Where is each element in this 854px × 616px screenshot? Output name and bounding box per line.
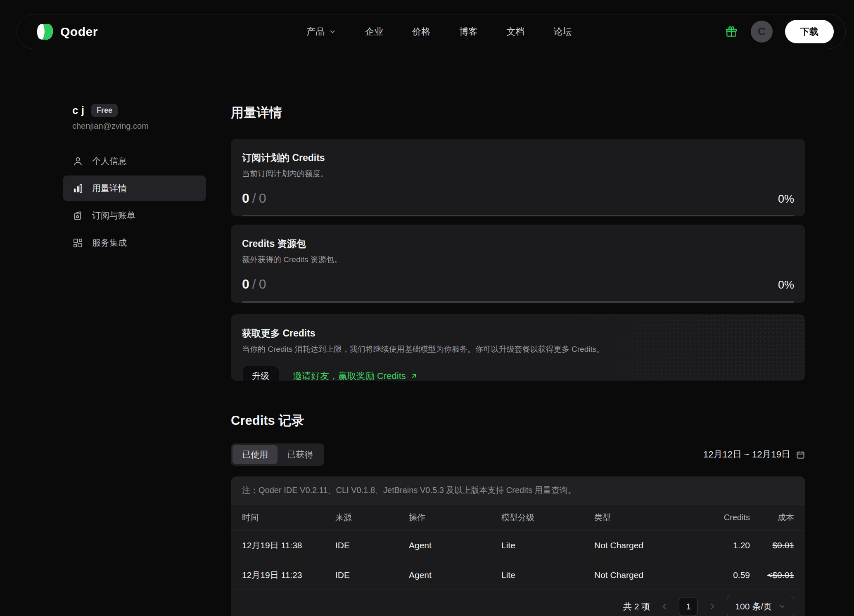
sidebar-item-usage[interactable]: 用量详情 [63, 175, 206, 201]
column-header-credits: Credits [692, 513, 750, 522]
brand[interactable]: Qoder [36, 23, 98, 41]
nav-item-enterprise[interactable]: 企业 [365, 26, 383, 38]
tab-earned[interactable]: 已获得 [278, 445, 323, 464]
table-row: 12月19日 11:38 IDE Agent Lite Not Charged … [231, 530, 805, 560]
usage-total: 0 [259, 191, 266, 206]
sidebar-item-profile[interactable]: 个人信息 [63, 148, 206, 174]
cell-action: Agent [409, 570, 501, 580]
cell-action: Agent [409, 540, 501, 550]
usage-row: 0/0 0% [242, 277, 794, 292]
usage-numbers: 0/0 [242, 277, 266, 292]
cell-type: Not Charged [594, 540, 692, 550]
usage-total: 0 [259, 277, 266, 291]
nav-item-label: 博客 [459, 26, 477, 38]
avatar[interactable]: C [751, 21, 773, 43]
user-email: chenjian@zving.com [63, 121, 206, 131]
invite-link-label: 邀请好友，赢取奖励 Credits [293, 370, 406, 381]
chevron-down-icon [778, 603, 786, 610]
progress-bar [242, 301, 794, 303]
brand-name: Qoder [60, 25, 98, 39]
next-page-button[interactable] [708, 602, 717, 611]
card-subtitle: 当前订阅计划内的额度。 [242, 168, 794, 179]
calendar-icon [796, 450, 805, 460]
gift-icon[interactable] [724, 25, 738, 39]
sidebar-item-integrations[interactable]: 服务集成 [63, 230, 206, 256]
tab-used[interactable]: 已使用 [232, 445, 278, 464]
user-icon [72, 156, 83, 167]
usage-row: 0/0 0% [242, 191, 794, 206]
prev-page-button[interactable] [660, 602, 669, 611]
sidebar-item-label: 个人信息 [92, 155, 127, 167]
nav-item-products[interactable]: 产品 [306, 26, 336, 38]
sidebar-item-billing[interactable]: 订阅与账单 [63, 203, 206, 228]
credits-pack-card: Credits 资源包 额外获得的 Credits 资源包。 0/0 0% [231, 225, 805, 303]
user-row: c j Free [63, 104, 206, 117]
page-size-select[interactable]: 100 条/页 [727, 596, 794, 616]
column-header-source: 来源 [335, 512, 409, 523]
table-row: 12月19日 11:23 IDE Agent Lite Not Charged … [231, 560, 805, 590]
records-tabs: 已使用 已获得 [231, 443, 324, 466]
sidebar-nav: 个人信息 用量详情 订阅与账单 [63, 148, 206, 256]
sidebar-item-label: 用量详情 [92, 182, 127, 194]
cell-cost: <$0.01 [750, 570, 794, 580]
nav-item-docs[interactable]: 文档 [506, 26, 524, 38]
nav-item-label: 文档 [506, 26, 524, 38]
progress-bar [242, 215, 794, 216]
cell-cost: $0.01 [750, 540, 794, 550]
subscription-credits-card: 订阅计划的 Credits 当前订阅计划内的额度。 0/0 0% [231, 139, 805, 216]
nav-item-pricing[interactable]: 价格 [412, 26, 430, 38]
download-button[interactable]: 下载 [785, 20, 834, 43]
cell-type: Not Charged [594, 570, 692, 580]
nav-item-label: 产品 [306, 26, 325, 38]
promo-subtitle: 当你的 Credits 消耗达到上限，我们将继续使用基础模型为你服务。你可以升级… [242, 344, 794, 355]
cell-credits: 0.59 [692, 570, 750, 580]
bar-chart-icon [72, 183, 83, 194]
get-more-credits-card: 获取更多 Credits 当你的 Credits 消耗达到上限，我们将继续使用基… [231, 314, 805, 381]
promo-title: 获取更多 Credits [242, 327, 794, 340]
card-subtitle: 额外获得的 Credits 资源包。 [242, 254, 794, 265]
credits-table-card: 注：Qoder IDE V0.2.11、CLI V0.1.8、JetBrains… [231, 476, 805, 616]
nav-links: 产品 企业 价格 博客 文档 论坛 [306, 14, 572, 49]
cell-source: IDE [335, 570, 409, 580]
card-title: Credits 资源包 [242, 237, 794, 250]
usage-percent: 0% [778, 193, 794, 206]
table-note: 注：Qoder IDE V0.2.11、CLI V0.1.8、JetBrains… [231, 476, 805, 505]
card-title: 订阅计划的 Credits [242, 152, 794, 164]
cell-source: IDE [335, 540, 409, 550]
cell-time: 12月19日 11:23 [242, 569, 335, 581]
column-header-model-tier: 模型分级 [501, 512, 594, 523]
usage-used: 0 [242, 277, 249, 291]
plan-badge: Free [91, 104, 118, 117]
usage-percent: 0% [778, 279, 794, 291]
promo-actions: 升级 邀请好友，赢取奖励 Credits [242, 366, 794, 381]
pagination: 共 2 项 1 100 条/页 [231, 590, 805, 616]
nav-item-label: 价格 [412, 26, 430, 38]
cell-time: 12月19日 11:38 [242, 540, 335, 551]
nav-item-forum[interactable]: 论坛 [553, 26, 572, 38]
current-page-button[interactable]: 1 [679, 597, 698, 616]
user-name: c j [72, 104, 84, 117]
cell-model-tier: Lite [501, 540, 594, 550]
nav-item-label: 企业 [365, 26, 383, 38]
arrow-up-right-icon [410, 372, 418, 380]
nav-right: C 下载 [724, 20, 834, 43]
usage-used: 0 [242, 191, 249, 206]
upgrade-button[interactable]: 升级 [242, 366, 279, 381]
column-header-type: 类型 [594, 512, 692, 523]
main-content: 用量详情 订阅计划的 Credits 当前订阅计划内的额度。 0/0 0% Cr… [231, 104, 805, 616]
qoder-logo-icon [36, 23, 54, 41]
sidebar: c j Free chenjian@zving.com 个人信息 用量详情 [63, 104, 206, 256]
chevron-down-icon [329, 28, 336, 36]
invite-link[interactable]: 邀请好友，赢取奖励 Credits [293, 370, 418, 381]
records-title: Credits 记录 [231, 412, 805, 429]
column-header-cost: 成本 [750, 512, 794, 523]
records-controls: 已使用 已获得 12月12日 ~ 12月19日 [231, 443, 805, 466]
cell-model-tier: Lite [501, 570, 594, 580]
date-range-picker[interactable]: 12月12日 ~ 12月19日 [703, 448, 805, 461]
usage-divider: / [252, 277, 256, 291]
usage-divider: / [252, 191, 256, 206]
pagination-total: 共 2 项 [623, 601, 650, 612]
grid-icon [72, 237, 83, 249]
nav-item-blog[interactable]: 博客 [459, 26, 477, 38]
usage-numbers: 0/0 [242, 191, 266, 206]
